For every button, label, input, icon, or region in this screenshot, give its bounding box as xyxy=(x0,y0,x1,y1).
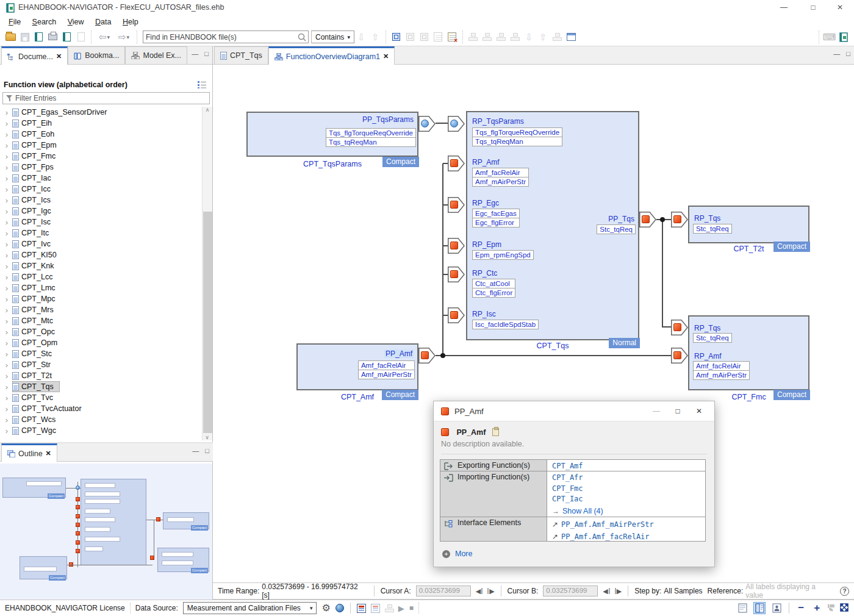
settings-gear-icon[interactable]: ⚙ xyxy=(321,603,330,613)
navigate-forward-button[interactable]: ⇨▾ xyxy=(114,30,134,44)
view-mode-badge[interactable]: Compact xyxy=(382,390,418,400)
find-previous-button[interactable]: ⇧ xyxy=(368,30,382,44)
tab-close-icon[interactable]: ✕ xyxy=(56,52,62,60)
provider-port-pin[interactable] xyxy=(418,348,436,364)
receiver-port-pin[interactable] xyxy=(448,116,465,132)
data-source-globe-icon[interactable] xyxy=(336,604,344,612)
tab-function-overview-diagram[interactable]: FunctionOverviewDiagram1 ✕ xyxy=(268,46,395,65)
port-label-selected[interactable]: PP_Amf xyxy=(384,349,414,358)
export-ehandbook-button[interactable] xyxy=(60,30,74,44)
signal[interactable]: Amf_facRelAir xyxy=(693,361,750,371)
menu-data[interactable]: Data xyxy=(95,18,111,26)
remove-node-button[interactable] xyxy=(494,30,508,44)
data-source-dropdown[interactable]: Measurement and Calibration Files ▾ xyxy=(183,602,317,614)
tab-close-icon[interactable]: ✕ xyxy=(383,52,389,60)
tree-item[interactable]: ›CPT_Tvc xyxy=(0,392,202,403)
menu-view[interactable]: View xyxy=(68,18,84,26)
function-link[interactable]: CPT_Iac xyxy=(552,494,700,505)
person-view-button[interactable] xyxy=(770,602,783,614)
receiver-port-pin[interactable] xyxy=(671,320,688,335)
expand-chevron-icon[interactable]: › xyxy=(4,141,10,150)
expand-chevron-icon[interactable]: › xyxy=(4,371,10,381)
split-view-button[interactable] xyxy=(753,602,766,614)
interface-element-link[interactable]: ↗PP_Amf.Amf_facRelAir xyxy=(552,531,700,543)
tree-item[interactable]: ›CPT_Epm xyxy=(0,140,202,151)
expand-chevron-icon[interactable]: › xyxy=(4,295,10,304)
zoom-out-button[interactable]: − xyxy=(795,602,806,614)
menu-file[interactable]: File xyxy=(9,18,21,26)
panel-maximize-icon[interactable]: □ xyxy=(205,447,209,454)
view-mode-badge[interactable]: Compact xyxy=(773,390,810,400)
tab-document-view[interactable]: Docume... ✕ xyxy=(1,46,68,65)
copy-clipboard-icon[interactable] xyxy=(492,428,499,436)
function-link[interactable]: CPT_Afr xyxy=(552,473,700,484)
cursor-b-input[interactable]: 0.032573699 xyxy=(543,586,598,596)
expand-chevron-icon[interactable]: › xyxy=(4,152,10,161)
receiver-port-pin[interactable] xyxy=(671,212,688,227)
expand-chevron-icon[interactable]: › xyxy=(4,404,10,414)
expand-chevron-icon[interactable]: › xyxy=(4,426,10,435)
expand-chevron-icon[interactable]: › xyxy=(4,273,10,282)
signal[interactable]: Isc_facIdleSpdStab xyxy=(472,320,539,329)
tab-close-icon[interactable]: ✕ xyxy=(46,449,51,457)
expand-chevron-icon[interactable]: › xyxy=(4,163,10,172)
signal[interactable]: Tqs_flgTorqueReqOverride xyxy=(326,128,416,138)
tree-item[interactable]: ›CPT_Isc xyxy=(0,217,202,227)
tree-item[interactable]: ›CPT_Mtc xyxy=(0,315,202,326)
signal[interactable]: Egc_facEgas xyxy=(472,209,520,218)
expand-chevron-icon[interactable]: › xyxy=(4,262,10,271)
popup-close-button[interactable]: ✕ xyxy=(691,407,707,415)
step-by-value[interactable]: All Samples xyxy=(664,587,702,595)
port-details-popup[interactable]: PP_Amf — □ ✕ PP_Amf No description avail… xyxy=(433,401,715,567)
expand-chevron-icon[interactable]: › xyxy=(4,317,10,326)
tab-model-explorer[interactable]: Model Ex... xyxy=(125,46,187,64)
popup-minimize-button[interactable]: — xyxy=(648,407,664,415)
tree-item[interactable]: ›CPT_T2t xyxy=(0,370,202,381)
tree-item[interactable]: ›CPT_Opm xyxy=(0,337,202,348)
window-restore-button[interactable]: □ xyxy=(804,0,822,15)
signal[interactable]: Amf_mAirPerStr xyxy=(472,177,529,187)
expand-chevron-icon[interactable]: › xyxy=(4,240,10,249)
tree-item[interactable]: ›CPT_Knk xyxy=(0,260,202,271)
signal[interactable]: Ctc_flgError xyxy=(472,288,515,298)
expand-chevron-icon[interactable]: › xyxy=(4,119,10,128)
signal[interactable]: Amf_facRelAir xyxy=(472,168,529,177)
tree-item[interactable]: ›CPT_Mpc xyxy=(0,293,202,304)
window-minimize-button[interactable]: — xyxy=(775,0,793,15)
panel-minimize-icon[interactable]: — xyxy=(833,50,840,57)
tree-item[interactable]: ›CPT_Opc xyxy=(0,326,202,337)
tree-item[interactable]: ›CPT_Icc xyxy=(0,184,202,195)
interface-element-link[interactable]: ↗PP_Amf.Amf_mAirPerStr xyxy=(552,518,700,531)
tree-item[interactable]: ›CPT_Wgc xyxy=(0,425,202,436)
signal[interactable]: Amf_mAirPerStr xyxy=(358,370,415,379)
port-label[interactable]: RP_Egc xyxy=(472,199,499,207)
block-cpt-fmc[interactable]: RP_Tqs Stc_tqReq RP_Amf Amf_facRelAir Am… xyxy=(688,315,809,390)
menu-search[interactable]: Search xyxy=(32,18,57,26)
save-button[interactable] xyxy=(18,30,32,44)
show-all-link[interactable]: →Show All (4) xyxy=(552,505,700,517)
filter-input[interactable] xyxy=(15,93,209,103)
expand-chevron-icon[interactable]: › xyxy=(4,196,10,205)
expand-chevron-icon[interactable]: › xyxy=(4,174,10,183)
receiver-port-pin[interactable] xyxy=(671,348,688,364)
signal[interactable]: Tqs_tqReqMan xyxy=(326,137,416,147)
find-next-button[interactable]: ⇩ xyxy=(354,30,368,44)
fit-to-view-button[interactable] xyxy=(839,603,849,614)
tree-item[interactable]: ›CPT_Stc xyxy=(0,348,202,359)
cursor-a-next-button[interactable]: ▶ xyxy=(487,587,494,595)
scroll-up-icon[interactable]: ∧ xyxy=(203,107,212,114)
port-label[interactable]: RP_Ctc xyxy=(472,269,497,278)
function-link[interactable]: CPT_Amf xyxy=(552,461,700,472)
panel-maximize-icon[interactable]: □ xyxy=(204,50,209,57)
tree-item[interactable]: ›CPT_Wcs xyxy=(0,414,202,425)
port-label[interactable]: RP_Tqs xyxy=(694,324,720,332)
tree-item[interactable]: ›CPT_TvcActuator xyxy=(0,403,202,414)
tab-bookmarks[interactable]: Bookma... xyxy=(68,46,125,64)
detach-node-button[interactable] xyxy=(508,30,522,44)
extract-diagram-button[interactable] xyxy=(550,30,564,44)
view-mode-badge[interactable]: Normal xyxy=(609,338,640,348)
block-cpt-tqs[interactable]: RP_TqsParams Tqs_flgTorqueReqOverride Tq… xyxy=(466,111,639,340)
signal[interactable]: Amf_facRelAir xyxy=(358,360,415,370)
provider-port-pin[interactable] xyxy=(639,212,656,227)
tree-item[interactable]: ›CPT_KI50 xyxy=(0,249,202,260)
